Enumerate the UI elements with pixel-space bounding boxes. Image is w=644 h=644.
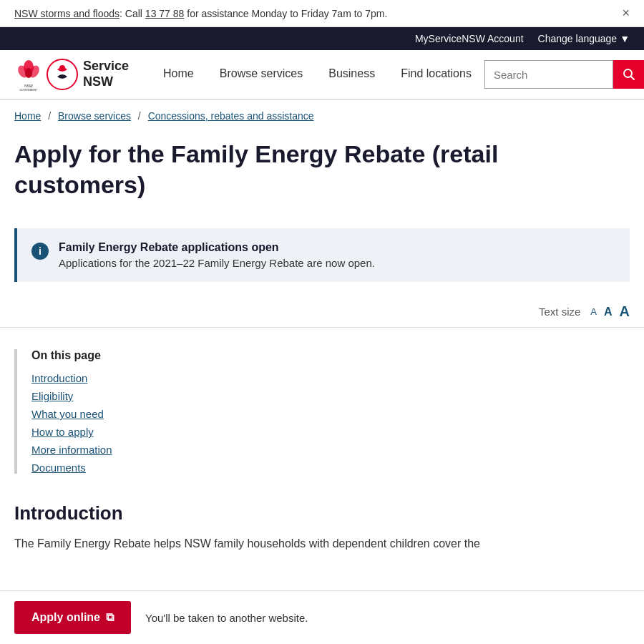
introduction-section: Introduction The Family Energy Rebate he…: [0, 488, 644, 560]
on-this-page-link-eligibility[interactable]: Eligibility: [31, 390, 630, 402]
my-service-nsw-account-link[interactable]: MyServiceNSW Account: [415, 33, 524, 44]
alert-text: NSW storms and floods: Call 13 77 88 for…: [14, 8, 387, 19]
breadcrumb-separator: /: [138, 110, 144, 122]
main-navigation: NSW GOVERNMENT Service NSW Home Browse s…: [0, 50, 644, 100]
info-box: i Family Energy Rebate applications open…: [14, 228, 630, 282]
chevron-down-icon: ▼: [620, 33, 630, 44]
alert-bar: NSW storms and floods: Call 13 77 88 for…: [0, 0, 644, 27]
nav-links: Home Browse services Business Find locat…: [150, 49, 484, 99]
page-title-area: Apply for the Family Energy Rebate (reta…: [0, 132, 644, 214]
info-box-content: Family Energy Rebate applications open A…: [59, 241, 375, 269]
info-icon: i: [31, 243, 49, 260]
on-this-page: On this page Introduction Eligibility Wh…: [14, 349, 630, 474]
service-nsw-emblem-svg: [46, 58, 79, 91]
introduction-text: The Family Energy Rebate helps NSW famil…: [14, 535, 630, 553]
svg-line-10: [630, 77, 634, 80]
breadcrumb: Home / Browse services / Concessions, re…: [0, 100, 644, 132]
svg-text:GOVERNMENT: GOVERNMENT: [19, 89, 38, 92]
info-box-title: Family Energy Rebate applications open: [59, 241, 375, 254]
search-icon: [623, 68, 635, 81]
service-nsw-name: Service NSW: [83, 59, 129, 89]
top-navigation: MyServiceNSW Account Change language ▼: [0, 27, 644, 50]
breadcrumb-separator: /: [48, 110, 54, 122]
text-size-small-button[interactable]: A: [590, 306, 597, 317]
on-this-page-link-documents[interactable]: Documents: [31, 462, 630, 474]
nsw-government-logo: NSW GOVERNMENT: [14, 57, 43, 92]
text-size-medium-button[interactable]: A: [604, 306, 613, 318]
on-this-page-link-more-information[interactable]: More information: [31, 444, 630, 456]
change-language-button[interactable]: Change language ▼: [538, 33, 630, 44]
nav-browse-services[interactable]: Browse services: [207, 49, 316, 99]
breadcrumb-concessions[interactable]: Concessions, rebates and assistance: [148, 110, 314, 122]
logo-area: NSW GOVERNMENT Service NSW: [14, 57, 129, 92]
info-box-text: Applications for the 2021–22 Family Ener…: [59, 257, 375, 269]
on-this-page-link-what-you-need[interactable]: What you need: [31, 408, 630, 420]
on-this-page-links: Introduction Eligibility What you need H…: [31, 372, 630, 474]
page-title: Apply for the Family Energy Rebate (reta…: [14, 139, 501, 200]
alert-close-button[interactable]: ×: [622, 6, 630, 21]
on-this-page-link-introduction[interactable]: Introduction: [31, 372, 630, 384]
search-area: [484, 60, 644, 89]
on-this-page-title: On this page: [31, 349, 630, 362]
introduction-title: Introduction: [14, 502, 630, 525]
search-button[interactable]: [613, 60, 644, 89]
text-size-row: Text size A A A: [0, 296, 644, 328]
svg-text:NSW: NSW: [24, 84, 33, 88]
nav-business[interactable]: Business: [316, 49, 388, 99]
nav-find-locations[interactable]: Find locations: [388, 49, 484, 99]
breadcrumb-home[interactable]: Home: [14, 110, 41, 122]
svg-point-8: [59, 65, 65, 71]
service-nsw-logo: Service NSW: [46, 58, 129, 91]
search-input[interactable]: [484, 60, 613, 89]
svg-point-4: [25, 68, 32, 78]
alert-phone[interactable]: 13 77 88: [145, 8, 185, 19]
nav-home[interactable]: Home: [150, 49, 207, 99]
text-size-large-button[interactable]: A: [620, 303, 630, 320]
breadcrumb-browse-services[interactable]: Browse services: [58, 110, 131, 122]
text-size-label: Text size: [539, 306, 580, 318]
on-this-page-link-how-to-apply[interactable]: How to apply: [31, 426, 630, 438]
alert-link[interactable]: NSW storms and floods: [14, 8, 119, 19]
